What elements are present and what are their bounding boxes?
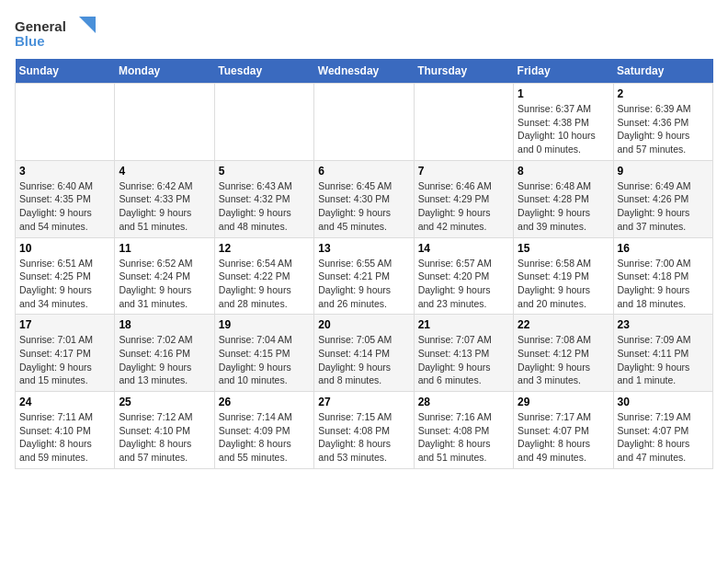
page-header: GeneralBlue	[15, 15, 713, 52]
calendar-table: SundayMondayTuesdayWednesdayThursdayFrid…	[15, 59, 713, 469]
calendar-cell: 24Sunrise: 7:11 AM Sunset: 4:10 PM Dayli…	[16, 392, 115, 469]
calendar-cell	[115, 84, 214, 161]
calendar-cell: 9Sunrise: 6:49 AM Sunset: 4:26 PM Daylig…	[613, 160, 712, 237]
day-info: Sunrise: 6:49 AM Sunset: 4:26 PM Dayligh…	[618, 179, 709, 234]
day-number: 20	[318, 318, 409, 331]
day-info: Sunrise: 6:45 AM Sunset: 4:30 PM Dayligh…	[318, 179, 409, 234]
day-number: 22	[518, 318, 609, 331]
day-number: 1	[518, 87, 609, 100]
calendar-cell: 13Sunrise: 6:55 AM Sunset: 4:21 PM Dayli…	[314, 237, 414, 315]
calendar-week-row: 3Sunrise: 6:40 AM Sunset: 4:35 PM Daylig…	[16, 160, 713, 237]
day-number: 7	[418, 165, 509, 178]
day-info: Sunrise: 6:55 AM Sunset: 4:21 PM Dayligh…	[318, 257, 409, 311]
column-header-monday: Monday	[115, 59, 214, 84]
day-info: Sunrise: 7:05 AM Sunset: 4:14 PM Dayligh…	[318, 333, 409, 387]
day-info: Sunrise: 7:00 AM Sunset: 4:18 PM Dayligh…	[618, 257, 709, 311]
day-info: Sunrise: 6:48 AM Sunset: 4:28 PM Dayligh…	[518, 179, 609, 234]
day-number: 8	[518, 165, 609, 178]
day-info: Sunrise: 7:17 AM Sunset: 4:07 PM Dayligh…	[518, 410, 609, 465]
calendar-cell: 2Sunrise: 6:39 AM Sunset: 4:36 PM Daylig…	[613, 84, 712, 161]
day-info: Sunrise: 6:42 AM Sunset: 4:33 PM Dayligh…	[119, 179, 210, 234]
calendar-cell: 14Sunrise: 6:57 AM Sunset: 4:20 PM Dayli…	[414, 237, 513, 315]
calendar-week-row: 24Sunrise: 7:11 AM Sunset: 4:10 PM Dayli…	[16, 392, 713, 469]
day-number: 6	[318, 165, 409, 178]
day-number: 4	[119, 165, 210, 178]
day-info: Sunrise: 7:15 AM Sunset: 4:08 PM Dayligh…	[318, 410, 409, 465]
day-number: 28	[418, 396, 509, 408]
calendar-cell: 21Sunrise: 7:07 AM Sunset: 4:13 PM Dayli…	[414, 315, 513, 392]
day-info: Sunrise: 6:43 AM Sunset: 4:32 PM Dayligh…	[219, 179, 310, 234]
day-number: 2	[618, 87, 709, 100]
day-info: Sunrise: 6:46 AM Sunset: 4:29 PM Dayligh…	[418, 179, 509, 234]
day-info: Sunrise: 7:01 AM Sunset: 4:17 PM Dayligh…	[19, 333, 110, 387]
calendar-cell: 25Sunrise: 7:12 AM Sunset: 4:10 PM Dayli…	[115, 392, 214, 469]
day-number: 16	[618, 242, 709, 255]
calendar-cell: 3Sunrise: 6:40 AM Sunset: 4:35 PM Daylig…	[16, 160, 115, 237]
day-info: Sunrise: 6:39 AM Sunset: 4:36 PM Dayligh…	[618, 102, 709, 156]
day-info: Sunrise: 7:12 AM Sunset: 4:10 PM Dayligh…	[119, 410, 210, 465]
day-number: 19	[219, 318, 310, 331]
day-info: Sunrise: 7:08 AM Sunset: 4:12 PM Dayligh…	[518, 333, 609, 387]
day-info: Sunrise: 6:51 AM Sunset: 4:25 PM Dayligh…	[19, 257, 110, 311]
logo-svg: GeneralBlue	[15, 15, 97, 52]
calendar-cell: 18Sunrise: 7:02 AM Sunset: 4:16 PM Dayli…	[115, 315, 214, 392]
column-header-saturday: Saturday	[613, 59, 712, 84]
day-info: Sunrise: 7:11 AM Sunset: 4:10 PM Dayligh…	[19, 410, 110, 465]
calendar-week-row: 17Sunrise: 7:01 AM Sunset: 4:17 PM Dayli…	[16, 315, 713, 392]
calendar-cell: 27Sunrise: 7:15 AM Sunset: 4:08 PM Dayli…	[314, 392, 414, 469]
day-number: 26	[219, 396, 310, 408]
day-info: Sunrise: 6:52 AM Sunset: 4:24 PM Dayligh…	[119, 257, 210, 311]
calendar-cell: 30Sunrise: 7:19 AM Sunset: 4:07 PM Dayli…	[613, 392, 712, 469]
day-info: Sunrise: 6:57 AM Sunset: 4:20 PM Dayligh…	[418, 257, 509, 311]
calendar-cell: 8Sunrise: 6:48 AM Sunset: 4:28 PM Daylig…	[514, 160, 613, 237]
column-header-tuesday: Tuesday	[214, 59, 313, 84]
calendar-cell: 4Sunrise: 6:42 AM Sunset: 4:33 PM Daylig…	[115, 160, 214, 237]
calendar-week-row: 10Sunrise: 6:51 AM Sunset: 4:25 PM Dayli…	[16, 237, 713, 315]
calendar-header-row: SundayMondayTuesdayWednesdayThursdayFrid…	[16, 59, 713, 84]
calendar-cell: 19Sunrise: 7:04 AM Sunset: 4:15 PM Dayli…	[214, 315, 313, 392]
calendar-cell: 5Sunrise: 6:43 AM Sunset: 4:32 PM Daylig…	[214, 160, 313, 237]
calendar-cell: 20Sunrise: 7:05 AM Sunset: 4:14 PM Dayli…	[314, 315, 414, 392]
day-info: Sunrise: 7:04 AM Sunset: 4:15 PM Dayligh…	[219, 333, 310, 387]
day-number: 11	[119, 242, 210, 255]
day-info: Sunrise: 7:19 AM Sunset: 4:07 PM Dayligh…	[618, 410, 709, 465]
day-number: 17	[19, 318, 110, 331]
day-info: Sunrise: 6:58 AM Sunset: 4:19 PM Dayligh…	[518, 257, 609, 311]
day-info: Sunrise: 7:16 AM Sunset: 4:08 PM Dayligh…	[418, 410, 509, 465]
day-info: Sunrise: 6:54 AM Sunset: 4:22 PM Dayligh…	[219, 257, 310, 311]
day-info: Sunrise: 7:07 AM Sunset: 4:13 PM Dayligh…	[418, 333, 509, 387]
day-number: 21	[418, 318, 509, 331]
calendar-cell	[214, 84, 313, 161]
day-info: Sunrise: 7:14 AM Sunset: 4:09 PM Dayligh…	[219, 410, 310, 465]
calendar-cell: 28Sunrise: 7:16 AM Sunset: 4:08 PM Dayli…	[414, 392, 513, 469]
day-info: Sunrise: 7:09 AM Sunset: 4:11 PM Dayligh…	[618, 333, 709, 387]
calendar-cell: 22Sunrise: 7:08 AM Sunset: 4:12 PM Dayli…	[514, 315, 613, 392]
calendar-cell	[414, 84, 513, 161]
day-info: Sunrise: 6:40 AM Sunset: 4:35 PM Dayligh…	[19, 179, 110, 234]
day-number: 5	[219, 165, 310, 178]
calendar-cell: 16Sunrise: 7:00 AM Sunset: 4:18 PM Dayli…	[613, 237, 712, 315]
day-number: 29	[518, 396, 609, 408]
calendar-cell: 29Sunrise: 7:17 AM Sunset: 4:07 PM Dayli…	[514, 392, 613, 469]
svg-text:Blue: Blue	[15, 33, 45, 49]
calendar-cell: 23Sunrise: 7:09 AM Sunset: 4:11 PM Dayli…	[613, 315, 712, 392]
day-number: 25	[119, 396, 210, 408]
calendar-cell: 7Sunrise: 6:46 AM Sunset: 4:29 PM Daylig…	[414, 160, 513, 237]
day-number: 14	[418, 242, 509, 255]
day-number: 13	[318, 242, 409, 255]
column-header-wednesday: Wednesday	[314, 59, 414, 84]
calendar-cell	[314, 84, 414, 161]
column-header-friday: Friday	[514, 59, 613, 84]
calendar-cell: 26Sunrise: 7:14 AM Sunset: 4:09 PM Dayli…	[214, 392, 313, 469]
day-info: Sunrise: 6:37 AM Sunset: 4:38 PM Dayligh…	[518, 102, 609, 156]
day-number: 27	[318, 396, 409, 408]
calendar-cell: 10Sunrise: 6:51 AM Sunset: 4:25 PM Dayli…	[16, 237, 115, 315]
svg-marker-2	[79, 17, 96, 33]
calendar-cell: 12Sunrise: 6:54 AM Sunset: 4:22 PM Dayli…	[214, 237, 313, 315]
day-number: 30	[618, 396, 709, 408]
day-info: Sunrise: 7:02 AM Sunset: 4:16 PM Dayligh…	[119, 333, 210, 387]
day-number: 12	[219, 242, 310, 255]
column-header-thursday: Thursday	[414, 59, 513, 84]
day-number: 9	[618, 165, 709, 178]
day-number: 23	[618, 318, 709, 331]
